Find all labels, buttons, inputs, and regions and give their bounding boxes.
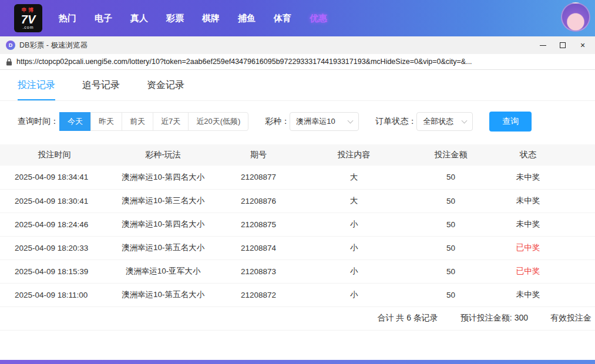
- address-bar[interactable]: https://ctopcp02pcali.uengi5e.com/lotter…: [0, 54, 595, 70]
- table-header-cell: 投注内容: [300, 144, 408, 166]
- chevron-down-icon: [348, 117, 354, 123]
- lottery-select-value: 澳洲幸运10: [296, 116, 335, 127]
- minimize-icon: [540, 45, 546, 46]
- cell-bet-time: 2025-04-09 18:20:33: [0, 236, 109, 259]
- minimize-button[interactable]: [533, 37, 553, 53]
- window-titlebar: D DB彩票 - 极速浏览器 ×: [0, 36, 595, 54]
- window-title-area: D DB彩票 - 极速浏览器: [6, 41, 88, 50]
- table-row: 2025-04-09 18:34:41 澳洲幸运10-第四名大小 2120887…: [0, 166, 595, 189]
- cell-issue: 21208876: [217, 189, 300, 213]
- browser-favicon: D: [6, 41, 15, 50]
- nav-item[interactable]: 真人: [130, 13, 148, 24]
- browser-window: D DB彩票 - 极速浏览器 × https://ctopcp02pcali.u…: [0, 36, 595, 360]
- brand-logo[interactable]: 申博 7V .com: [14, 4, 42, 32]
- cell-status: 已中奖: [493, 236, 595, 259]
- logo-cn-text: 申博: [22, 8, 35, 13]
- record-tab[interactable]: 资金记录: [147, 79, 184, 100]
- table-header-cell: 投注金额: [408, 144, 493, 166]
- table-header-cell: 投注时间: [0, 144, 109, 166]
- filter-bar: 查询时间： 今天 昨天 前天 近7天 近20天(低频) 彩种：: [18, 112, 595, 132]
- cell-content: 小: [300, 283, 408, 306]
- cell-issue: 21208874: [217, 236, 300, 259]
- nav-item[interactable]: 优惠: [310, 13, 327, 24]
- cell-play: 澳洲幸运10-第五名大小: [109, 236, 217, 259]
- cell-content: 小: [300, 236, 408, 259]
- cell-issue: 21208875: [217, 213, 300, 236]
- url-text[interactable]: https://ctopcp02pcali.uengi5e.com/lotter…: [16, 58, 472, 66]
- bottom-strip: [0, 360, 595, 364]
- cell-issue: 21208872: [217, 283, 300, 306]
- record-tab[interactable]: 投注记录: [18, 79, 55, 100]
- user-avatar[interactable]: [561, 2, 590, 32]
- cell-play: 澳洲幸运10-亚军大小: [109, 259, 217, 283]
- cell-play: 澳洲幸运10-第四名大小: [109, 213, 217, 236]
- order-status-value: 全部状态: [423, 116, 453, 127]
- table-header-cell: 期号: [217, 144, 300, 166]
- order-status-select[interactable]: 全部状态: [416, 112, 473, 131]
- cell-amount: 50: [408, 236, 493, 259]
- time-filter-button[interactable]: 今天: [59, 112, 91, 131]
- maximize-button[interactable]: [553, 37, 573, 53]
- table-row: 2025-04-09 18:30:41 澳洲幸运10-第三名大小 2120887…: [0, 189, 595, 213]
- cell-issue: 21208877: [217, 166, 300, 189]
- lottery-label: 彩种：: [265, 116, 290, 127]
- cell-amount: 50: [408, 259, 493, 283]
- cell-bet-time: 2025-04-09 18:34:41: [0, 166, 109, 189]
- cell-content: 大: [300, 166, 408, 189]
- cell-status: 未中奖: [493, 166, 595, 189]
- cell-status: 未中奖: [493, 213, 595, 236]
- nav-item[interactable]: 电子: [95, 13, 112, 24]
- main-nav: 热门 电子 真人 彩票 棋牌 捕鱼 体育 优惠: [59, 13, 327, 24]
- cell-play: 澳洲幸运10-第四名大小: [109, 166, 217, 189]
- cell-status: 未中奖: [493, 189, 595, 213]
- cell-issue: 21208873: [217, 259, 300, 283]
- close-button[interactable]: ×: [573, 37, 593, 53]
- table-header-cell: 彩种-玩法: [109, 144, 217, 166]
- nav-item[interactable]: 热门: [59, 13, 76, 24]
- nav-item[interactable]: 捕鱼: [238, 13, 256, 24]
- time-filter-button[interactable]: 近7天: [153, 112, 189, 131]
- table-row: 2025-04-09 18:20:33 澳洲幸运10-第五名大小 2120887…: [0, 236, 595, 259]
- cell-amount: 50: [408, 189, 493, 213]
- cell-content: 大: [300, 189, 408, 213]
- table-header-row: 投注时间彩种-玩法期号投注内容投注金额状态: [0, 144, 595, 166]
- logo-com-text: .com: [22, 25, 33, 29]
- query-button[interactable]: 查询: [489, 112, 532, 132]
- time-filter-button[interactable]: 近20天(低频): [188, 112, 248, 131]
- cell-amount: 50: [408, 213, 493, 236]
- bet-record-table: 投注时间彩种-玩法期号投注内容投注金额状态 2025-04-09 18:34:4…: [0, 144, 595, 307]
- cell-status: 未中奖: [493, 283, 595, 306]
- cell-play: 澳洲幸运10-第五名大小: [109, 283, 217, 306]
- record-tab[interactable]: 追号记录: [82, 79, 120, 100]
- nav-item[interactable]: 彩票: [166, 13, 184, 24]
- time-filter-button[interactable]: 昨天: [90, 112, 122, 131]
- nav-item[interactable]: 棋牌: [202, 13, 220, 24]
- order-status-label: 订单状态：: [375, 116, 416, 127]
- time-filter-group: 今天 昨天 前天 近7天 近20天(低频): [60, 112, 248, 131]
- summary-estimated: 预计投注金额: 300: [460, 313, 528, 323]
- lottery-select[interactable]: 澳洲幸运10: [290, 112, 359, 131]
- table-row: 2025-04-09 18:15:39 澳洲幸运10-亚军大小 21208873…: [0, 259, 595, 283]
- table-body: 2025-04-09 18:34:41 澳洲幸运10-第四名大小 2120887…: [0, 166, 595, 306]
- time-filter-label: 查询时间：: [18, 116, 59, 127]
- cell-content: 小: [300, 259, 408, 283]
- nav-item[interactable]: 体育: [274, 13, 291, 24]
- summary-bar: 合计 共 6 条记录 预计投注金额: 300 有效投注金: [0, 307, 595, 331]
- app-header: 申博 7V .com 热门 电子 真人 彩票 棋牌 捕鱼 体育 优惠: [0, 0, 595, 36]
- table-row: 2025-04-09 18:11:00 澳洲幸运10-第五名大小 2120887…: [0, 283, 595, 306]
- cell-amount: 50: [408, 166, 493, 189]
- table-header-cell: 状态: [493, 144, 595, 166]
- cell-bet-time: 2025-04-09 18:11:00: [0, 283, 109, 306]
- time-filter-button[interactable]: 前天: [122, 112, 153, 131]
- window-title: DB彩票 - 极速浏览器: [19, 41, 88, 50]
- chevron-down-icon: [462, 117, 468, 123]
- cell-bet-time: 2025-04-09 18:30:41: [0, 189, 109, 213]
- cell-bet-time: 2025-04-09 18:15:39: [0, 259, 109, 283]
- logo-7v-text: 7V: [21, 14, 35, 25]
- lock-icon: [6, 58, 12, 66]
- page-content: 投注记录 追号记录 资金记录 查询时间： 今天 昨天 前天: [0, 70, 595, 360]
- cell-amount: 50: [408, 283, 493, 306]
- record-tabs: 投注记录 追号记录 资金记录: [0, 70, 595, 101]
- window-controls: ×: [533, 37, 593, 53]
- summary-valid: 有效投注金: [550, 313, 591, 323]
